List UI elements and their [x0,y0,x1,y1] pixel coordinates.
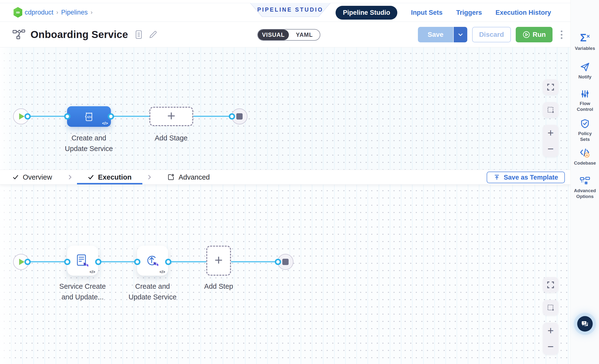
canvas-select-button[interactable] [543,102,558,118]
sidebar-item-flow-control[interactable]: Flow Control [571,89,599,112]
tab-advanced[interactable]: Advanced [156,170,220,184]
stop-icon [236,113,243,120]
sidebar-item-policy-sets[interactable]: Policy Sets [571,119,599,142]
play-icon [19,259,25,265]
port [25,113,31,120]
add-stage-label: Add Stage [142,133,200,143]
canvas-zoom-controls: + − [543,323,558,355]
save-button[interactable]: Save [418,27,453,42]
flowchart-gear-icon [580,176,590,186]
toggle-yaml[interactable]: YAML [289,30,320,40]
edit-pencil-icon[interactable] [149,30,158,39]
codebase-icon [580,148,590,158]
pipeline-title: Onboarding Service [30,29,128,40]
stage-node-create-and-update-service[interactable]: </> </> [67,106,111,127]
port [108,113,114,120]
sidebar-item-label: Flow Control [575,101,595,112]
step-node-service-create-and-update[interactable]: </> [67,246,98,276]
marquee-select-icon [546,106,555,114]
zoom-in-button[interactable]: + [547,128,554,138]
port [64,113,70,120]
plus-icon: + [214,253,223,267]
sidebar-item-variables[interactable]: Σ× Variables [571,33,599,51]
zoom-out-button[interactable]: − [547,341,554,352]
help-chat-button[interactable]: ? [577,316,593,332]
action-buttons: Save Discard Run [418,27,565,42]
play-icon [19,113,25,120]
sidebar-item-codebase[interactable]: Codebase [571,148,599,166]
harness-cd-logo-icon: ∞ [13,7,23,18]
breadcrumb-pipelines-link[interactable]: Pipelines [61,9,88,16]
canvas-zoom-controls: + − [543,125,558,157]
save-dropdown-caret[interactable] [453,27,467,42]
run-button[interactable]: Run [516,27,553,42]
tab-overview[interactable]: Overview [13,170,63,184]
run-button-label: Run [533,31,546,38]
stage-label: Create and Update Service [60,133,118,154]
breadcrumb-project-link[interactable]: cdproduct [25,9,53,16]
edge-connector [168,261,207,262]
sidebar-item-notify[interactable]: Notify [571,62,599,80]
tab-overview-label: Overview [23,173,52,181]
yaml-code-glyph: </> [90,270,95,274]
variables-sigma-icon: Σ× [580,33,590,43]
plus-icon: + [167,109,176,123]
port [64,259,70,265]
svg-text:</>: </> [87,115,91,119]
yaml-code-glyph: </> [102,121,108,126]
custom-stage-icon: </> [83,111,95,122]
stage-graph-canvas[interactable]: </> </> + Create and Update Service Add … [0,47,570,170]
edge-connector [28,261,67,262]
breadcrumb-separator-icon: › [56,9,58,16]
breadcrumb-separator-icon: › [90,9,92,16]
port [275,259,281,265]
port [95,259,101,265]
step2-label: Create and Update Service [123,281,182,302]
title-bar: Onboarding Service VISUAL YAML Save [0,22,570,47]
step1-label: Service Create and Update... [53,281,112,302]
tab-execution[interactable]: Execution [77,170,143,184]
port [229,113,235,120]
sidebar-item-label: Notify [578,74,591,80]
canvas-select-button[interactable] [543,300,558,315]
sidebar-item-advanced-options[interactable]: Advanced Options [571,176,599,199]
canvas-fullscreen-button[interactable] [543,277,558,293]
discard-button[interactable]: Discard [472,27,511,42]
execution-graph-canvas[interactable]: </> </> + Service C [0,185,570,364]
tab-advanced-label: Advanced [178,173,210,181]
add-step-label: Add Step [190,281,248,292]
zoom-in-button[interactable]: + [547,325,554,336]
chevron-right-icon [146,174,152,180]
canvas-fullscreen-button[interactable] [543,79,558,95]
paper-plane-icon [580,62,590,72]
sidebar-item-label: Policy Sets [575,131,595,142]
chevron-right-icon [67,174,73,180]
yaml-code-glyph: </> [159,270,165,274]
tab-triggers[interactable]: Triggers [456,9,482,17]
tab-execution-history[interactable]: Execution History [495,9,551,17]
edge-connector [193,116,232,117]
sidebar-item-label: Advanced Options [572,188,598,199]
svg-text:?: ? [583,321,585,325]
toggle-visual[interactable]: VISUAL [258,30,289,40]
check-icon [88,174,94,180]
add-step-node[interactable]: + [206,246,231,276]
tab-input-sets[interactable]: Input Sets [411,9,443,17]
top-nav-tabs: Pipeline Studio Input Sets Triggers Exec… [335,3,551,22]
play-circle-icon [522,31,530,38]
edge-connector [231,261,278,262]
visual-yaml-toggle: VISUAL YAML [257,29,320,41]
add-stage-node[interactable]: + [150,107,193,126]
svg-text:∞: ∞ [16,9,20,15]
description-doc-icon[interactable] [135,30,143,39]
tab-execution-label: Execution [98,173,132,181]
save-as-template-button[interactable]: Save as Template [487,172,565,183]
step-node-create-and-update-service[interactable]: </> [137,246,168,276]
right-toolbar: Σ× Variables Notify Flow Control Policy … [570,0,599,364]
top-strip [0,0,570,3]
marquee-select-icon [546,303,555,312]
tab-pipeline-studio[interactable]: Pipeline Studio [335,6,397,20]
more-options-kebab-icon[interactable] [558,29,565,41]
zoom-out-button[interactable]: − [547,144,554,154]
port [134,259,141,265]
